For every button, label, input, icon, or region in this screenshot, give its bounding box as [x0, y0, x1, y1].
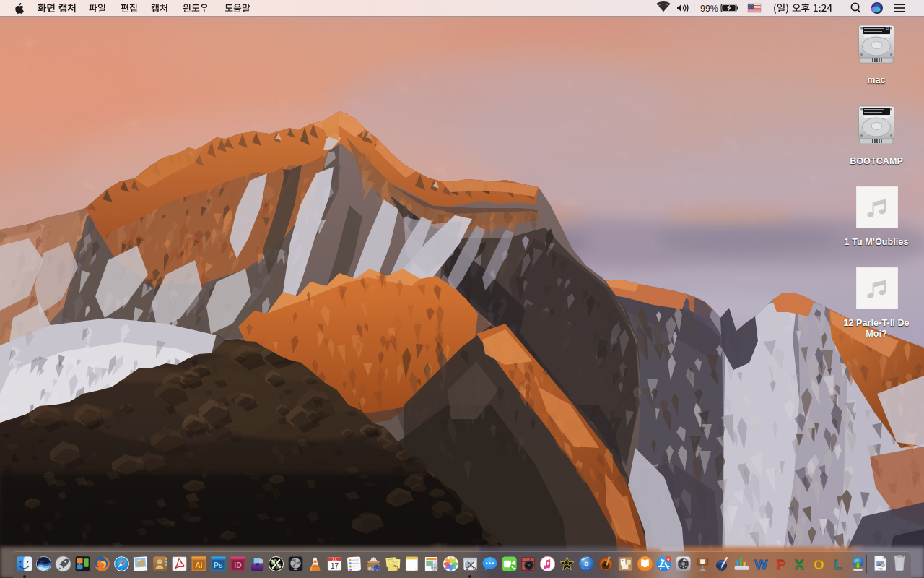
svg-text:Ps: Ps	[214, 561, 223, 569]
svg-text:JUL: JUL	[332, 558, 338, 561]
svg-text:P: P	[776, 557, 785, 572]
svg-text:mpg: mpg	[878, 567, 882, 570]
svg-text:ID: ID	[234, 561, 242, 569]
svg-text:17: 17	[331, 562, 339, 570]
svg-text:Ai: Ai	[195, 561, 203, 569]
svg-text:X: X	[795, 557, 804, 572]
svg-text:Q: Q	[375, 565, 379, 571]
svg-text:W: W	[754, 557, 768, 572]
svg-text:99%: 99%	[700, 4, 718, 14]
svg-text:Rap: Rap	[393, 565, 398, 568]
svg-text:L: L	[834, 557, 843, 572]
svg-text:O: O	[814, 557, 824, 572]
